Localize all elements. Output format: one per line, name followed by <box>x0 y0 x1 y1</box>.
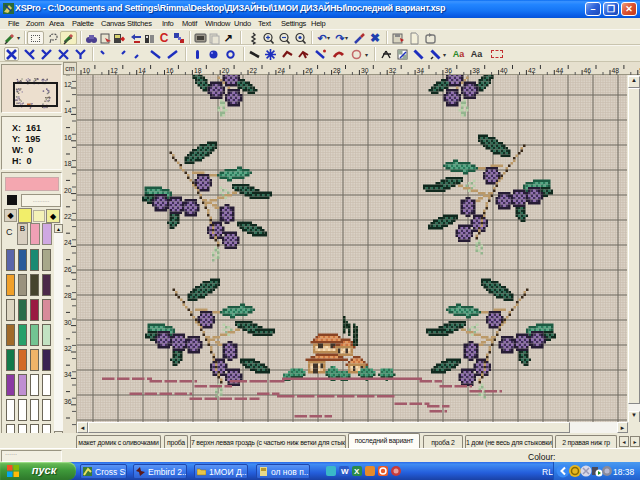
svg-text:28: 28 <box>333 67 341 74</box>
svg-text:26: 26 <box>64 266 72 273</box>
svg-text:30: 30 <box>361 67 369 74</box>
svg-text:18: 18 <box>64 160 72 167</box>
svg-text:24: 24 <box>64 239 72 246</box>
svg-text:24: 24 <box>277 67 285 74</box>
svg-text:22: 22 <box>250 67 258 74</box>
svg-text:X: X <box>354 467 360 476</box>
svg-text:14: 14 <box>138 67 146 74</box>
svg-text:42: 42 <box>528 67 536 74</box>
svg-text:44: 44 <box>556 67 564 74</box>
svg-text:12: 12 <box>64 81 72 88</box>
svg-text:10: 10 <box>83 67 91 74</box>
svg-text:34: 34 <box>417 67 425 74</box>
svg-text:14: 14 <box>64 107 72 114</box>
svg-text:38: 38 <box>472 67 480 74</box>
svg-text:18: 18 <box>194 67 202 74</box>
svg-text:48: 48 <box>612 67 620 74</box>
svg-text:36: 36 <box>444 67 452 74</box>
svg-text:46: 46 <box>584 67 592 74</box>
svg-text:40: 40 <box>500 67 508 74</box>
svg-text:26: 26 <box>305 67 313 74</box>
svg-text:28: 28 <box>64 292 72 299</box>
svg-text:12: 12 <box>110 67 118 74</box>
svg-text:16: 16 <box>166 67 174 74</box>
svg-text:32: 32 <box>64 345 72 352</box>
svg-text:32: 32 <box>389 67 397 74</box>
svg-text:30: 30 <box>64 319 72 326</box>
svg-text:36: 36 <box>64 398 72 405</box>
svg-text:20: 20 <box>222 67 230 74</box>
svg-text:16: 16 <box>64 134 72 141</box>
svg-text:W: W <box>341 467 349 476</box>
svg-text:22: 22 <box>64 213 72 220</box>
svg-text:34: 34 <box>64 371 72 378</box>
svg-text:20: 20 <box>64 187 72 194</box>
